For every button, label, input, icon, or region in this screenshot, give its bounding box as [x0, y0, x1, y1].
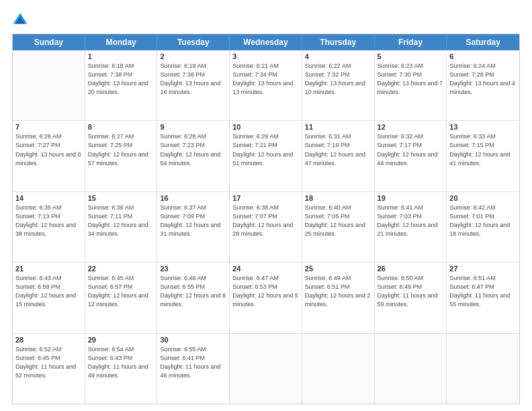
day-number: 16 [160, 194, 226, 202]
day-number: 23 [160, 265, 226, 273]
cal-cell-27: 27Sunrise: 6:51 AM Sunset: 6:47 PM Dayli… [447, 263, 519, 332]
day-number: 9 [160, 123, 226, 131]
day-number: 3 [232, 52, 299, 60]
day-number: 7 [15, 123, 82, 131]
day-number: 21 [15, 265, 82, 273]
day-info: Sunrise: 6:38 AM Sunset: 7:07 PM Dayligh… [232, 203, 299, 238]
day-info: Sunrise: 6:42 AM Sunset: 7:01 PM Dayligh… [449, 203, 517, 238]
day-info: Sunrise: 6:41 AM Sunset: 7:03 PM Dayligh… [378, 203, 444, 238]
cal-cell-22: 22Sunrise: 6:45 AM Sunset: 6:57 PM Dayli… [85, 263, 158, 332]
header [12, 12, 520, 28]
calendar-header-row: SundayMondayTuesdayWednesdayThursdayFrid… [13, 34, 519, 50]
cal-cell-30: 30Sunrise: 6:55 AM Sunset: 6:41 PM Dayli… [157, 334, 230, 404]
day-number: 12 [378, 123, 444, 131]
week-row-4: 28Sunrise: 6:52 AM Sunset: 6:45 PM Dayli… [13, 334, 519, 404]
day-info: Sunrise: 6:40 AM Sunset: 7:05 PM Dayligh… [305, 203, 371, 238]
day-info: Sunrise: 6:19 AM Sunset: 7:36 PM Dayligh… [160, 62, 226, 97]
calendar-body: 1Sunrise: 6:18 AM Sunset: 7:38 PM Daylig… [13, 50, 519, 404]
cal-cell-26: 26Sunrise: 6:50 AM Sunset: 6:49 PM Dayli… [375, 263, 447, 332]
day-info: Sunrise: 6:18 AM Sunset: 7:38 PM Dayligh… [88, 62, 154, 97]
cal-cell-2: 2Sunrise: 6:19 AM Sunset: 7:36 PM Daylig… [157, 50, 230, 120]
cal-cell-21: 21Sunrise: 6:43 AM Sunset: 6:59 PM Dayli… [13, 263, 85, 332]
cal-cell-5: 5Sunrise: 6:23 AM Sunset: 7:30 PM Daylig… [375, 50, 447, 120]
day-number: 20 [449, 194, 517, 202]
week-row-0: 1Sunrise: 6:18 AM Sunset: 7:38 PM Daylig… [13, 50, 519, 121]
cal-cell-8: 8Sunrise: 6:27 AM Sunset: 7:25 PM Daylig… [85, 121, 158, 191]
header-day-sunday: Sunday [13, 34, 85, 50]
day-number: 11 [305, 123, 371, 131]
cal-cell-1: 1Sunrise: 6:18 AM Sunset: 7:38 PM Daylig… [85, 50, 158, 120]
week-row-3: 21Sunrise: 6:43 AM Sunset: 6:59 PM Dayli… [13, 263, 519, 333]
day-info: Sunrise: 6:31 AM Sunset: 7:19 PM Dayligh… [305, 132, 371, 167]
cal-cell-10: 10Sunrise: 6:29 AM Sunset: 7:21 PM Dayli… [230, 121, 302, 191]
day-number: 29 [88, 336, 154, 344]
day-info: Sunrise: 6:29 AM Sunset: 7:21 PM Dayligh… [232, 132, 299, 167]
day-info: Sunrise: 6:21 AM Sunset: 7:34 PM Dayligh… [232, 62, 299, 97]
cal-cell-16: 16Sunrise: 6:37 AM Sunset: 7:09 PM Dayli… [157, 192, 230, 262]
day-number: 30 [160, 336, 226, 344]
logo [12, 12, 31, 28]
day-number: 5 [378, 52, 444, 60]
logo-icon [12, 12, 28, 28]
cal-cell-3: 3Sunrise: 6:21 AM Sunset: 7:34 PM Daylig… [230, 50, 302, 120]
cal-cell-empty-4-6 [447, 334, 519, 404]
day-number: 8 [88, 123, 154, 131]
week-row-1: 7Sunrise: 6:26 AM Sunset: 7:27 PM Daylig… [13, 121, 519, 191]
header-day-friday: Friday [375, 34, 447, 50]
day-number: 2 [160, 52, 226, 60]
day-number: 22 [88, 265, 154, 273]
week-row-2: 14Sunrise: 6:35 AM Sunset: 7:13 PM Dayli… [13, 192, 519, 263]
cal-cell-7: 7Sunrise: 6:26 AM Sunset: 7:27 PM Daylig… [13, 121, 85, 191]
day-info: Sunrise: 6:26 AM Sunset: 7:27 PM Dayligh… [15, 132, 82, 167]
day-number: 6 [449, 52, 517, 60]
day-number: 4 [305, 52, 371, 60]
day-info: Sunrise: 6:50 AM Sunset: 6:49 PM Dayligh… [378, 274, 444, 309]
day-info: Sunrise: 6:51 AM Sunset: 6:47 PM Dayligh… [449, 274, 517, 309]
day-number: 10 [232, 123, 299, 131]
cal-cell-empty-4-3 [230, 334, 302, 404]
header-day-saturday: Saturday [447, 34, 519, 50]
cal-cell-6: 6Sunrise: 6:24 AM Sunset: 7:28 PM Daylig… [447, 50, 519, 120]
cal-cell-13: 13Sunrise: 6:33 AM Sunset: 7:15 PM Dayli… [447, 121, 519, 191]
day-info: Sunrise: 6:52 AM Sunset: 6:45 PM Dayligh… [15, 345, 82, 380]
day-number: 28 [15, 336, 82, 344]
cal-cell-28: 28Sunrise: 6:52 AM Sunset: 6:45 PM Dayli… [13, 334, 85, 404]
cal-cell-empty-4-4 [302, 334, 375, 404]
header-day-tuesday: Tuesday [157, 34, 230, 50]
day-info: Sunrise: 6:54 AM Sunset: 6:43 PM Dayligh… [88, 345, 154, 380]
day-info: Sunrise: 6:23 AM Sunset: 7:30 PM Dayligh… [378, 62, 444, 97]
day-info: Sunrise: 6:35 AM Sunset: 7:13 PM Dayligh… [15, 203, 82, 238]
day-number: 13 [449, 123, 517, 131]
day-number: 15 [88, 194, 154, 202]
cal-cell-24: 24Sunrise: 6:47 AM Sunset: 6:53 PM Dayli… [230, 263, 302, 332]
day-info: Sunrise: 6:22 AM Sunset: 7:32 PM Dayligh… [305, 62, 371, 97]
day-number: 14 [15, 194, 82, 202]
day-info: Sunrise: 6:36 AM Sunset: 7:11 PM Dayligh… [88, 203, 154, 238]
day-number: 25 [305, 265, 371, 273]
cal-cell-12: 12Sunrise: 6:32 AM Sunset: 7:17 PM Dayli… [375, 121, 447, 191]
day-info: Sunrise: 6:46 AM Sunset: 6:55 PM Dayligh… [160, 274, 226, 309]
page: SundayMondayTuesdayWednesdayThursdayFrid… [0, 0, 532, 411]
cal-cell-11: 11Sunrise: 6:31 AM Sunset: 7:19 PM Dayli… [302, 121, 375, 191]
day-info: Sunrise: 6:32 AM Sunset: 7:17 PM Dayligh… [378, 132, 444, 167]
day-number: 27 [449, 265, 517, 273]
header-day-wednesday: Wednesday [230, 34, 302, 50]
calendar: SundayMondayTuesdayWednesdayThursdayFrid… [12, 34, 520, 404]
cal-cell-18: 18Sunrise: 6:40 AM Sunset: 7:05 PM Dayli… [302, 192, 375, 262]
day-number: 26 [378, 265, 444, 273]
day-number: 1 [88, 52, 154, 60]
day-info: Sunrise: 6:49 AM Sunset: 6:51 PM Dayligh… [305, 274, 371, 309]
day-info: Sunrise: 6:24 AM Sunset: 7:28 PM Dayligh… [449, 62, 517, 97]
day-number: 18 [305, 194, 371, 202]
cal-cell-15: 15Sunrise: 6:36 AM Sunset: 7:11 PM Dayli… [85, 192, 158, 262]
cal-cell-29: 29Sunrise: 6:54 AM Sunset: 6:43 PM Dayli… [85, 334, 158, 404]
cal-cell-9: 9Sunrise: 6:28 AM Sunset: 7:23 PM Daylig… [157, 121, 230, 191]
cal-cell-4: 4Sunrise: 6:22 AM Sunset: 7:32 PM Daylig… [302, 50, 375, 120]
cal-cell-empty-0-0 [13, 50, 85, 120]
day-info: Sunrise: 6:55 AM Sunset: 6:41 PM Dayligh… [160, 345, 226, 380]
cal-cell-empty-4-5 [375, 334, 447, 404]
day-info: Sunrise: 6:28 AM Sunset: 7:23 PM Dayligh… [160, 132, 226, 167]
cal-cell-25: 25Sunrise: 6:49 AM Sunset: 6:51 PM Dayli… [302, 263, 375, 332]
day-info: Sunrise: 6:43 AM Sunset: 6:59 PM Dayligh… [15, 274, 82, 309]
header-day-monday: Monday [85, 34, 158, 50]
